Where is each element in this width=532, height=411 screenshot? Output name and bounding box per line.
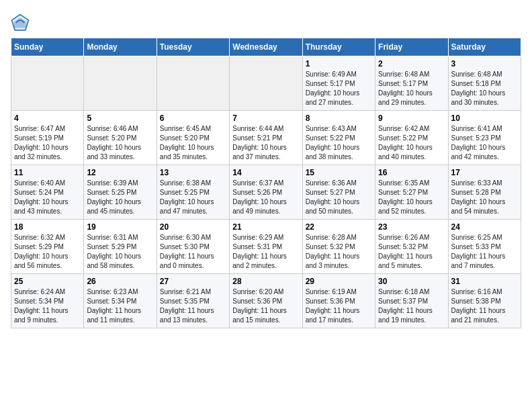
calendar-cell: 17Sunrise: 6:33 AM Sunset: 5:28 PM Dayli… xyxy=(448,165,521,220)
day-info: Sunrise: 6:36 AM Sunset: 5:27 PM Dayligh… xyxy=(306,179,372,216)
weekday-header-row: SundayMondayTuesdayWednesdayThursdayFrid… xyxy=(11,38,521,56)
calendar-cell: 23Sunrise: 6:26 AM Sunset: 5:32 PM Dayli… xyxy=(375,220,448,274)
day-number: 30 xyxy=(378,277,445,286)
calendar-cell xyxy=(11,56,84,111)
day-info: Sunrise: 6:23 AM Sunset: 5:34 PM Dayligh… xyxy=(87,287,153,325)
day-info: Sunrise: 6:46 AM Sunset: 5:20 PM Dayligh… xyxy=(87,124,153,162)
calendar-cell: 12Sunrise: 6:39 AM Sunset: 5:25 PM Dayli… xyxy=(84,165,157,220)
calendar-cell xyxy=(157,56,229,111)
day-number: 23 xyxy=(378,222,445,232)
calendar-cell: 28Sunrise: 6:20 AM Sunset: 5:36 PM Dayli… xyxy=(230,274,302,328)
calendar-cell: 31Sunrise: 6:16 AM Sunset: 5:38 PM Dayli… xyxy=(448,274,521,328)
day-number: 8 xyxy=(306,113,372,123)
calendar-cell: 26Sunrise: 6:23 AM Sunset: 5:34 PM Dayli… xyxy=(84,274,157,328)
day-number: 2 xyxy=(378,59,445,68)
day-info: Sunrise: 6:24 AM Sunset: 5:34 PM Dayligh… xyxy=(14,287,81,325)
calendar-cell: 30Sunrise: 6:18 AM Sunset: 5:37 PM Dayli… xyxy=(375,274,448,328)
day-info: Sunrise: 6:48 AM Sunset: 5:17 PM Dayligh… xyxy=(378,70,445,107)
day-number: 7 xyxy=(232,113,299,123)
day-number: 24 xyxy=(451,222,518,232)
day-info: Sunrise: 6:32 AM Sunset: 5:29 PM Dayligh… xyxy=(14,233,81,271)
day-number: 3 xyxy=(451,59,518,68)
day-info: Sunrise: 6:28 AM Sunset: 5:32 PM Dayligh… xyxy=(306,233,372,271)
day-number: 19 xyxy=(87,222,153,232)
calendar-cell: 10Sunrise: 6:41 AM Sunset: 5:23 PM Dayli… xyxy=(448,111,521,165)
day-info: Sunrise: 6:37 AM Sunset: 5:26 PM Dayligh… xyxy=(232,179,299,216)
weekday-header-monday: Monday xyxy=(84,38,157,56)
calendar-cell: 3Sunrise: 6:48 AM Sunset: 5:18 PM Daylig… xyxy=(448,56,521,111)
weekday-header-tuesday: Tuesday xyxy=(157,38,229,56)
day-info: Sunrise: 6:30 AM Sunset: 5:30 PM Dayligh… xyxy=(160,233,226,271)
day-info: Sunrise: 6:33 AM Sunset: 5:28 PM Dayligh… xyxy=(451,179,518,216)
day-info: Sunrise: 6:26 AM Sunset: 5:32 PM Dayligh… xyxy=(378,233,445,271)
weekday-header-saturday: Saturday xyxy=(448,38,521,56)
calendar-cell: 1Sunrise: 6:49 AM Sunset: 5:17 PM Daylig… xyxy=(302,56,375,111)
day-number: 17 xyxy=(451,168,518,177)
day-number: 4 xyxy=(14,113,81,123)
calendar-week-row: 1Sunrise: 6:49 AM Sunset: 5:17 PM Daylig… xyxy=(11,56,521,111)
calendar-week-row: 11Sunrise: 6:40 AM Sunset: 5:24 PM Dayli… xyxy=(11,165,521,220)
day-number: 10 xyxy=(451,113,518,123)
day-number: 21 xyxy=(232,222,299,232)
weekday-header-sunday: Sunday xyxy=(11,38,84,56)
calendar-cell: 9Sunrise: 6:42 AM Sunset: 5:22 PM Daylig… xyxy=(375,111,448,165)
day-number: 14 xyxy=(232,168,299,177)
day-number: 1 xyxy=(306,59,372,68)
day-info: Sunrise: 6:48 AM Sunset: 5:18 PM Dayligh… xyxy=(451,70,518,107)
calendar-week-row: 4Sunrise: 6:47 AM Sunset: 5:19 PM Daylig… xyxy=(11,111,521,165)
calendar-cell: 4Sunrise: 6:47 AM Sunset: 5:19 PM Daylig… xyxy=(11,111,84,165)
calendar-cell: 24Sunrise: 6:25 AM Sunset: 5:33 PM Dayli… xyxy=(448,220,521,274)
day-number: 16 xyxy=(378,168,445,177)
logo xyxy=(11,13,31,32)
day-info: Sunrise: 6:40 AM Sunset: 5:24 PM Dayligh… xyxy=(14,179,81,216)
day-number: 31 xyxy=(451,277,518,286)
day-info: Sunrise: 6:41 AM Sunset: 5:23 PM Dayligh… xyxy=(451,124,518,162)
day-number: 29 xyxy=(306,277,372,286)
day-number: 18 xyxy=(14,222,81,232)
calendar-cell: 15Sunrise: 6:36 AM Sunset: 5:27 PM Dayli… xyxy=(302,165,375,220)
calendar-week-row: 18Sunrise: 6:32 AM Sunset: 5:29 PM Dayli… xyxy=(11,220,521,274)
day-info: Sunrise: 6:25 AM Sunset: 5:33 PM Dayligh… xyxy=(451,233,518,271)
day-info: Sunrise: 6:16 AM Sunset: 5:38 PM Dayligh… xyxy=(451,287,518,325)
weekday-header-friday: Friday xyxy=(375,38,448,56)
day-number: 25 xyxy=(14,277,81,286)
calendar-cell: 7Sunrise: 6:44 AM Sunset: 5:21 PM Daylig… xyxy=(230,111,302,165)
calendar-cell: 21Sunrise: 6:29 AM Sunset: 5:31 PM Dayli… xyxy=(230,220,302,274)
calendar-cell: 6Sunrise: 6:45 AM Sunset: 5:20 PM Daylig… xyxy=(157,111,229,165)
day-number: 9 xyxy=(378,113,445,123)
day-number: 12 xyxy=(87,168,153,177)
calendar-cell xyxy=(84,56,157,111)
day-info: Sunrise: 6:19 AM Sunset: 5:36 PM Dayligh… xyxy=(306,287,372,325)
day-number: 13 xyxy=(160,168,226,177)
day-info: Sunrise: 6:20 AM Sunset: 5:36 PM Dayligh… xyxy=(232,287,299,325)
day-info: Sunrise: 6:44 AM Sunset: 5:21 PM Dayligh… xyxy=(232,124,299,162)
calendar-cell: 29Sunrise: 6:19 AM Sunset: 5:36 PM Dayli… xyxy=(302,274,375,328)
day-info: Sunrise: 6:31 AM Sunset: 5:29 PM Dayligh… xyxy=(87,233,153,271)
calendar-cell: 5Sunrise: 6:46 AM Sunset: 5:20 PM Daylig… xyxy=(84,111,157,165)
day-number: 27 xyxy=(160,277,226,286)
day-number: 26 xyxy=(87,277,153,286)
day-info: Sunrise: 6:35 AM Sunset: 5:27 PM Dayligh… xyxy=(378,179,445,216)
day-info: Sunrise: 6:47 AM Sunset: 5:19 PM Dayligh… xyxy=(14,124,81,162)
day-number: 11 xyxy=(14,168,81,177)
calendar-cell: 13Sunrise: 6:38 AM Sunset: 5:25 PM Dayli… xyxy=(157,165,229,220)
calendar-cell xyxy=(230,56,302,111)
day-number: 22 xyxy=(306,222,372,232)
calendar-cell: 22Sunrise: 6:28 AM Sunset: 5:32 PM Dayli… xyxy=(302,220,375,274)
day-number: 5 xyxy=(87,113,153,123)
calendar-cell: 14Sunrise: 6:37 AM Sunset: 5:26 PM Dayli… xyxy=(230,165,302,220)
calendar-cell: 25Sunrise: 6:24 AM Sunset: 5:34 PM Dayli… xyxy=(11,274,84,328)
day-info: Sunrise: 6:39 AM Sunset: 5:25 PM Dayligh… xyxy=(87,179,153,216)
calendar-cell: 11Sunrise: 6:40 AM Sunset: 5:24 PM Dayli… xyxy=(11,165,84,220)
calendar-cell: 18Sunrise: 6:32 AM Sunset: 5:29 PM Dayli… xyxy=(11,220,84,274)
day-number: 20 xyxy=(160,222,226,232)
weekday-header-wednesday: Wednesday xyxy=(230,38,302,56)
calendar-cell: 8Sunrise: 6:43 AM Sunset: 5:22 PM Daylig… xyxy=(302,111,375,165)
day-info: Sunrise: 6:38 AM Sunset: 5:25 PM Dayligh… xyxy=(160,179,226,216)
day-info: Sunrise: 6:43 AM Sunset: 5:22 PM Dayligh… xyxy=(306,124,372,162)
day-info: Sunrise: 6:45 AM Sunset: 5:20 PM Dayligh… xyxy=(160,124,226,162)
day-info: Sunrise: 6:18 AM Sunset: 5:37 PM Dayligh… xyxy=(378,287,445,325)
day-info: Sunrise: 6:42 AM Sunset: 5:22 PM Dayligh… xyxy=(378,124,445,162)
day-number: 28 xyxy=(232,277,299,286)
calendar-table: SundayMondayTuesdayWednesdayThursdayFrid… xyxy=(11,38,521,328)
